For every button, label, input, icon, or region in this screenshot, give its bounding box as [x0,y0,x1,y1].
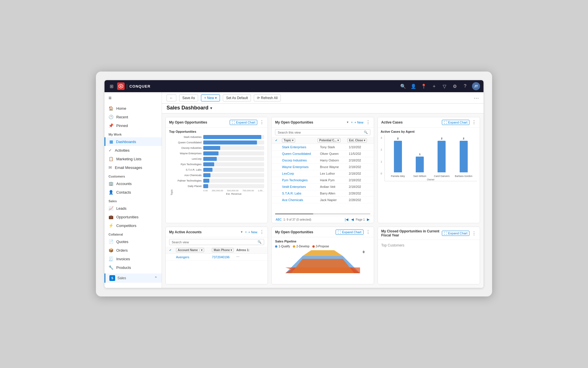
sidebar-item-pinned[interactable]: 📌 Pinned [105,121,162,130]
help-nav-icon[interactable]: ? [462,83,469,90]
toolbar-more-options[interactable]: ⋯ [474,95,479,101]
bar-row: LexCorp [174,157,264,161]
sidebar-item-marketing-lists[interactable]: 📋 Marketing Lists [105,155,162,163]
new-button[interactable]: + New ▾ [201,95,220,101]
row-topic-link[interactable]: LexCorp [282,172,294,175]
row-topic-link[interactable]: Stark Enterprises [282,145,306,149]
row-topic[interactable]: Pym Technologies [282,178,319,182]
opp-search-icon: 🔍 [364,130,368,134]
top-customers-label: Top Customers [381,243,476,247]
row-topic[interactable]: Veidt Enterprises [282,185,319,188]
row-topic-link[interactable]: Wayne Enterprises [282,165,309,169]
opp-list-new-button[interactable]: ＋ + New [350,120,363,124]
accounts-search-box[interactable]: Search view 🔍 [169,239,264,245]
sidebar-item-leads-label: Leads [116,206,126,211]
avengers-link[interactable]: Avengers [176,255,211,259]
sidebar-item-competitors[interactable]: ⚡ Competitors [105,221,162,230]
open-opp-expand-chart-button[interactable]: ⛶ Expand Chart [230,120,257,125]
potential-filter-badge[interactable]: Potential C... ▾ [318,138,341,142]
sales-pipeline-more-button[interactable]: ⋮ [366,229,370,235]
user-avatar[interactable]: JT [472,82,480,90]
accounts-col-account[interactable]: Account Name ↑ ▾ [176,248,211,252]
row-topic[interactable]: Wayne Enterprises [282,165,319,169]
user-nav-icon[interactable]: 👤 [410,83,417,90]
sidebar-footer-sales[interactable]: S Sales ⌃ [105,273,162,283]
row-topic-link[interactable]: Pym Technologies [282,178,307,182]
open-opp-list-dropdown-icon[interactable]: ▾ [347,120,349,124]
page-title-dropdown-icon[interactable]: ▾ [210,106,212,110]
closed-opps-more-button[interactable]: ⋮ [472,231,476,236]
sidebar-item-home[interactable]: 🏠 Home [105,104,162,113]
account-name-filter[interactable]: Account Name ↑ ▾ [176,248,204,252]
funnel-chart-title: Sales Pipeline [275,240,370,243]
sidebar-menu-toggle[interactable]: ≡ [105,92,162,104]
main-phone-filter[interactable]: Main Phone ▾ [212,248,234,252]
sidebar-item-opportunities[interactable]: 💼 Opportunities [105,213,162,221]
row-topic[interactable]: S.T.A.R. Labs [282,192,319,195]
filter-nav-icon[interactable]: ▽ [441,83,448,90]
sidebar-item-leads[interactable]: 📈 Leads [105,204,162,213]
row-topic[interactable]: Oscorp Industries [282,159,319,162]
v-bar [416,157,424,172]
col-topic-header[interactable]: Topic ▾ [282,138,316,142]
bar-label: Daily Planet [174,185,202,188]
v-bar-value: 2 [441,137,442,140]
sidebar-item-activities[interactable]: ✓ Activities [105,146,162,155]
sidebar-item-dashboards[interactable]: ▦ Dashboards [105,137,162,146]
search-nav-icon[interactable]: 🔍 [400,83,407,90]
row-topic-link[interactable]: Veidt Enterprises [282,185,306,188]
row-topic-link[interactable]: Queen Consolidated [282,152,311,155]
active-accounts-more-button[interactable]: ⋮ [260,229,264,235]
active-cases-chart-area: Active Cases by Agent 3 2 1 0 2122 [378,128,480,223]
sidebar-item-products[interactable]: 🔧 Products [105,263,162,272]
page-title-bar: Sales Dashboard ▾ [162,104,483,113]
sidebar-item-quotes[interactable]: 📄 Quotes [105,237,162,246]
open-opp-chart-more-button[interactable]: ⋮ [260,120,264,125]
sales-pipeline-expand-button[interactable]: ⛶ Expand Chart [336,230,363,235]
avengers-phone[interactable]: 7372040196 [212,255,235,259]
v-y-axis: 3 2 1 0 [381,135,383,181]
row-topic[interactable]: LexCorp [282,172,319,175]
active-cases-more-button[interactable]: ⋮ [472,120,476,125]
set-default-button[interactable]: Set As Default [223,95,251,101]
opp-list-more-button[interactable]: ⋮ [366,120,370,125]
page-first-button[interactable]: |◀ [344,217,349,221]
back-button[interactable]: ← [167,95,176,101]
accounts-col-phone[interactable]: Main Phone ▾ [212,248,235,252]
row-topic[interactable]: Queen Consolidated [282,152,319,155]
save-as-button[interactable]: Save As [179,95,198,101]
row-topic-link[interactable]: Ace Chemicals [282,198,303,202]
topic-filter-badge[interactable]: Topic ▾ [282,138,295,142]
row-topic[interactable]: Stark Enterprises [282,145,319,149]
sidebar-item-invoices[interactable]: 🧾 Invoices [105,255,162,263]
sidebar-item-email-messages[interactable]: ✉ Email Messages [105,163,162,172]
quotes-icon: 📄 [109,239,113,244]
row-topic[interactable]: Ace Chemicals [282,198,319,202]
col-potential-header[interactable]: Potential C... ▾ [318,138,346,142]
x-tick: 1,00... [258,189,264,192]
sidebar-item-orders[interactable]: 📦 Orders [105,246,162,255]
settings-nav-icon[interactable]: ⚙ [451,83,458,90]
avengers-options[interactable]: ⋯ [236,255,264,259]
opp-list-scroll-track[interactable] [275,213,370,215]
row-topic-link[interactable]: Oscorp Industries [282,159,307,162]
grid-icon[interactable]: ⊞ [108,83,115,90]
active-accounts-dropdown-icon[interactable]: ▾ [241,230,243,234]
close-filter-badge[interactable]: Est. Close ▾ [347,138,367,142]
active-cases-expand-button[interactable]: ⛶ Expand Chart [442,120,469,125]
sidebar-item-pinned-label: Pinned [116,124,128,128]
col-close-header[interactable]: Est. Close ▾ [347,138,370,142]
active-cases-header: Active Cases ⛶ Expand Chart ⋮ [378,117,480,128]
closed-opps-expand-button[interactable]: ⛶ Expand Chart [442,231,469,236]
row-topic-link[interactable]: S.T.A.R. Labs [282,192,301,195]
page-next-button[interactable]: ▶ [366,217,370,221]
sidebar-item-recent[interactable]: 🕐 Recent [105,113,162,121]
add-nav-icon[interactable]: ＋ [431,83,438,90]
refresh-all-button[interactable]: ⟳ Refresh All [254,95,281,101]
sidebar-item-accounts[interactable]: 🏢 Accounts [105,179,162,188]
location-nav-icon[interactable]: 📍 [420,83,427,90]
sidebar-item-contacts[interactable]: 👤 Contacts [105,188,162,196]
opp-list-search-box[interactable]: Search this view 🔍 [275,129,370,135]
page-prev-button[interactable]: ◀ [350,217,355,221]
active-accounts-new-button[interactable]: ＋ + New [244,230,258,234]
